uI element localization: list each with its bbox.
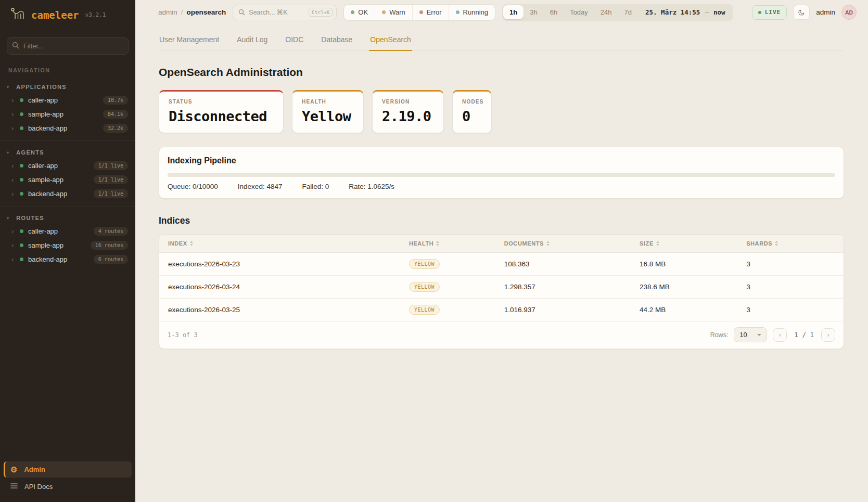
page-title: OpenSearch Administration (159, 66, 844, 79)
time-range-today[interactable]: Today (564, 5, 594, 19)
chevron-right-icon: › (11, 125, 15, 132)
status-filter-warn[interactable]: Warn (375, 5, 412, 20)
table-row[interactable]: executions-2026-03-25 YELLOW 1.016.937 4… (159, 299, 844, 321)
stat-card-value: Yellow (302, 108, 354, 124)
column-header-shards[interactable]: SHARDS (737, 235, 844, 252)
next-page-button[interactable]: › (821, 328, 835, 342)
sidebar-item-badge: 32.2k (103, 124, 128, 133)
status-filter-label: OK (358, 8, 368, 16)
sort-icon (775, 241, 778, 246)
ok-dot (351, 10, 354, 14)
tab-oidc[interactable]: OIDC (284, 29, 304, 51)
pipeline-title: Indexing Pipeline (168, 156, 835, 165)
filter-input[interactable] (7, 37, 129, 55)
search-input[interactable] (249, 9, 301, 16)
breadcrumb-parent[interactable]: admin (158, 8, 177, 16)
sidebar-item-app-sample[interactable]: › sample-app 84.1k (0, 107, 135, 121)
table-row[interactable]: executions-2026-03-23 YELLOW 108.363 16.… (159, 253, 844, 276)
status-dot (20, 112, 23, 116)
camel-logo-icon (8, 7, 26, 23)
tab-audit-log[interactable]: Audit Log (236, 29, 269, 51)
status-dot (20, 98, 23, 102)
status-filter-running[interactable]: Running (449, 5, 495, 20)
app-logo[interactable]: cameleer v3.2.1 (0, 0, 135, 30)
nav-group-header-agents[interactable]: ▾ AGENTS (0, 145, 135, 159)
status-dot (20, 126, 23, 130)
sidebar-item-app-backend[interactable]: › backend-app 32.2k (0, 121, 135, 135)
health-badge: YELLOW (409, 282, 440, 292)
chevron-down-icon: ▾ (7, 150, 9, 155)
brand-name: cameleer (31, 9, 79, 21)
chevron-right-icon: › (11, 97, 15, 104)
table-header-row: INDEX HEALTH DOCUMENTS SIZE SHARDS (159, 235, 844, 253)
sidebar-item-agent-sample[interactable]: › sample-app 1/1 live (0, 173, 135, 187)
search-icon (238, 9, 245, 16)
global-search[interactable]: Ctrl+K (233, 5, 337, 20)
tab-user-management[interactable]: User Management (158, 29, 220, 51)
time-range-6h[interactable]: 6h (544, 5, 564, 19)
sidebar-item-badge: 1/1 live (94, 161, 128, 170)
status-dot (20, 229, 23, 233)
status-filter-ok[interactable]: OK (344, 5, 375, 20)
sidebar-item-admin[interactable]: ⚙ Admin (4, 461, 132, 478)
column-header-size[interactable]: SIZE (631, 235, 737, 252)
time-range-display[interactable]: 25. März 14:55 – now (638, 8, 732, 16)
time-range-1h[interactable]: 1h (503, 5, 524, 19)
sidebar-item-label: sample-app (28, 110, 63, 118)
time-range-start: 25. März 14:55 (645, 8, 700, 16)
sidebar-item-label: Admin (24, 466, 45, 473)
time-range-end: now (713, 8, 725, 16)
topbar: admin / opensearch Ctrl+K OK Warn Error (135, 0, 868, 24)
table-row[interactable]: executions-2026-03-24 YELLOW 1.298.357 2… (159, 276, 844, 299)
chevron-right-icon: › (11, 177, 15, 183)
time-range-group: 1h 3h 6h Today 24h 7d 25. März 14:55 – n… (502, 4, 733, 21)
sidebar-item-badge: 84.1k (103, 110, 128, 119)
live-indicator[interactable]: LIVE (752, 5, 787, 20)
cell-documents: 1.016.937 (495, 300, 631, 320)
stat-card-label: VERSION (382, 99, 434, 105)
sort-icon (436, 241, 439, 246)
live-dot (758, 11, 761, 14)
stat-card-value: Disconnected (169, 108, 274, 124)
tab-opensearch[interactable]: OpenSearch (369, 29, 412, 51)
pipeline-stat-rate: Rate: 1.0625/s (349, 183, 394, 190)
cell-health: YELLOW (400, 299, 495, 321)
rows-per-page-select[interactable]: 10 (734, 327, 767, 342)
sidebar-item-agent-caller[interactable]: › caller-app 1/1 live (0, 159, 135, 173)
sidebar-item-route-backend[interactable]: › backend-app 6 routes (0, 252, 135, 266)
cell-index: executions-2026-03-25 (159, 300, 400, 320)
column-header-health[interactable]: HEALTH (400, 235, 495, 252)
column-header-documents[interactable]: DOCUMENTS (495, 235, 631, 252)
sidebar-item-api-docs[interactable]: API Docs (4, 479, 132, 495)
tabbar: User Management Audit Log OIDC Database … (158, 29, 844, 51)
status-filter-label: Error (427, 8, 442, 16)
time-range-3h[interactable]: 3h (524, 5, 543, 19)
cell-size: 238.6 MB (631, 277, 737, 297)
time-range-7d[interactable]: 7d (618, 5, 638, 19)
sidebar-item-route-sample[interactable]: › sample-app 16 routes (0, 238, 135, 252)
status-filter-error[interactable]: Error (412, 5, 449, 20)
sidebar-item-route-caller[interactable]: › caller-app 4 routes (0, 224, 135, 238)
prev-page-button[interactable]: ‹ (773, 328, 787, 342)
chevron-right-icon: › (11, 163, 15, 169)
tab-database[interactable]: Database (320, 29, 353, 51)
health-badge: YELLOW (409, 305, 440, 315)
cell-shards: 3 (737, 254, 844, 274)
nav-group-header-routes[interactable]: ▾ ROUTES (0, 211, 135, 224)
chevron-right-icon: › (11, 191, 15, 197)
avatar[interactable]: AD (841, 5, 857, 20)
nav-group-header-applications[interactable]: ▾ APPLICATIONS (0, 80, 135, 93)
pipeline-stat-failed: Failed: 0 (302, 183, 329, 190)
time-range-24h[interactable]: 24h (594, 5, 618, 19)
sidebar-item-agent-backend[interactable]: › backend-app 1/1 live (0, 187, 135, 201)
column-header-index[interactable]: INDEX (159, 235, 400, 252)
sort-icon (546, 241, 550, 246)
status-dot (20, 258, 23, 261)
status-filter-label: Running (463, 8, 488, 16)
pipeline-stat-queue: Queue: 0/10000 (168, 183, 218, 190)
stat-card-label: STATUS (169, 99, 274, 105)
page-indicator: 1 / 1 (794, 331, 814, 339)
sidebar-item-app-caller[interactable]: › caller-app 10.7k (0, 93, 135, 107)
theme-toggle-button[interactable] (793, 5, 810, 20)
stat-card-value: 2.19.0 (382, 108, 434, 124)
